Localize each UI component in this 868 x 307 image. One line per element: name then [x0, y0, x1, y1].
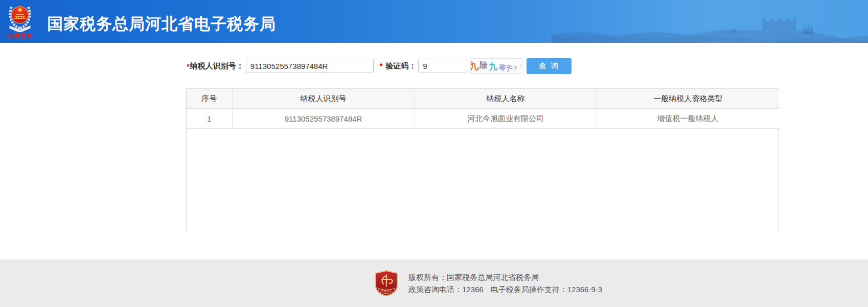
government-badge-icon: 党政机关: [375, 270, 398, 297]
captcha-input[interactable]: [418, 59, 467, 73]
query-form: * 纳税人识别号： * 验证码： 九 除 九 等 于 ? 丶 查 询: [187, 57, 572, 75]
support-phone: 电子税务局操作支持：12366-9-3: [491, 285, 602, 294]
copyright-text: 版权所有：国家税务总局河北省税务局: [408, 271, 602, 284]
column-header-index: 序号: [187, 89, 232, 109]
table-header-row: 序号 纳税人识别号 纳税人名称 一般纳税人资格类型: [187, 89, 779, 109]
footer-content: 党政机关 版权所有：国家税务总局河北省税务局 政策咨询电话：12366电子税务局…: [375, 259, 602, 307]
required-asterisk: *: [380, 61, 383, 70]
cell-taxpayer-id: 91130525573897484R: [232, 109, 415, 129]
table-empty-area: [187, 129, 778, 233]
cell-qualification-type: 增值税一般纳税人: [597, 109, 779, 129]
captcha-char: 九: [489, 62, 498, 71]
taxpayer-id-label: 纳税人识别号：: [190, 61, 244, 71]
column-header-taxpayer-name: 纳税人名称: [415, 89, 597, 109]
column-header-qualification-type: 一般纳税人资格类型: [597, 89, 779, 109]
tax-bureau-logo: 中国税务: [4, 3, 36, 41]
tax-emblem-icon: [6, 3, 34, 32]
page-footer: 党政机关 版权所有：国家税务总局河北省税务局 政策咨询电话：12366电子税务局…: [0, 259, 868, 307]
captcha-image[interactable]: 九 除 九 等 于 ? 丶: [470, 58, 522, 74]
header-banner: 中国税务 国家税务总局河北省电子税务局: [0, 0, 868, 43]
logo-caption: 中国税务: [4, 32, 36, 41]
captcha-label: 验证码：: [385, 61, 416, 70]
badge-label: 党政机关: [381, 289, 393, 293]
captcha-char: 丶: [517, 62, 523, 70]
required-asterisk: *: [187, 62, 190, 70]
cell-index: 1: [187, 109, 232, 129]
taxpayer-id-input[interactable]: [246, 59, 374, 73]
captcha-label-group: * 验证码：: [380, 61, 416, 71]
captcha-char: 九: [470, 60, 479, 71]
service-phone: 政策咨询电话：12366: [408, 285, 484, 294]
footer-text: 版权所有：国家税务总局河北省税务局 政策咨询电话：12366电子税务局操作支持：…: [408, 271, 602, 296]
contact-line: 政策咨询电话：12366电子税务局操作支持：12366-9-3: [408, 284, 602, 296]
great-wall-decoration-icon: [551, 0, 868, 43]
cell-taxpayer-name: 河北今旭面业有限公司: [415, 109, 597, 129]
column-header-taxpayer-id: 纳税人识别号: [232, 89, 415, 109]
captcha-char: 除: [479, 61, 488, 69]
results-table-container: 序号 纳税人识别号 纳税人名称 一般纳税人资格类型 1 911305255738…: [186, 88, 779, 232]
table-row: 1 91130525573897484R 河北今旭面业有限公司 增值税一般纳税人: [187, 109, 779, 129]
query-button[interactable]: 查 询: [527, 58, 572, 74]
results-table: 序号 纳税人识别号 纳税人名称 一般纳税人资格类型 1 911305255738…: [187, 89, 779, 129]
page-title: 国家税务总局河北省电子税务局: [47, 13, 276, 35]
